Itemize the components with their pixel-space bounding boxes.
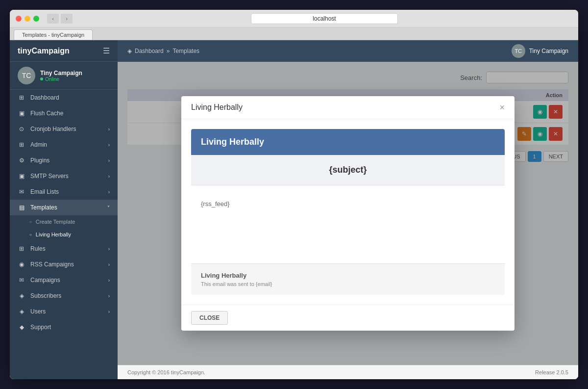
chevron-right-icon: › (108, 278, 110, 283)
address-bar[interactable]: localhost (251, 13, 398, 24)
rules-icon: ⊞ (18, 245, 25, 252)
topbar-username: Tiny Campaign (529, 48, 568, 54)
sidebar-item-label: Flush Cache (30, 110, 63, 117)
sidebar-item-smtp[interactable]: ▣ SMTP Servers › (10, 168, 118, 184)
sidebar-item-label: Admin (30, 141, 47, 148)
admin-icon: ⊞ (18, 141, 25, 148)
sidebar-item-subscribers[interactable]: ◈ Subscribers › (10, 288, 118, 304)
modal-close-footer-button[interactable]: CLOSE (191, 311, 228, 325)
maximize-traffic-light[interactable] (33, 16, 39, 22)
close-traffic-light[interactable] (16, 16, 22, 22)
sub-item-label: Create Template (36, 219, 75, 225)
sidebar-item-flush-cache[interactable]: ▣ Flush Cache (10, 105, 118, 121)
browser-tab[interactable]: Templates - tinyCampaign (14, 29, 93, 40)
main-topbar: ◈ Dashboard » Templates TC Tiny Campaign (118, 40, 578, 62)
sidebar-item-users[interactable]: ◈ Users › (10, 304, 118, 319)
sidebar-item-admin[interactable]: ⊞ Admin › (10, 137, 118, 153)
sidebar-item-label: Subscribers (30, 292, 61, 299)
sidebar-item-label: Rules (30, 245, 46, 252)
email-footer-text: This email was sent to {email} (201, 281, 495, 287)
chevron-right-icon: › (108, 127, 110, 132)
sidebar-item-plugins[interactable]: ⚙ Plugins › (10, 153, 118, 168)
browser-nav-buttons: ‹ › (47, 14, 73, 24)
sidebar-item-campaigns[interactable]: ✉ Campaigns › (10, 272, 118, 288)
chevron-right-icon: › (108, 246, 110, 252)
sidebar-item-dashboard[interactable]: ⊞ Dashboard (10, 90, 118, 105)
breadcrumb-home: Dashboard (135, 48, 164, 54)
sidebar-item-email-lists[interactable]: ✉ Email Lists › (10, 184, 118, 200)
forward-button[interactable]: › (61, 14, 73, 24)
sidebar-item-label: Plugins (30, 157, 49, 164)
sidebar-item-label: RSS Campaigns (30, 261, 74, 268)
logo-big: Campaign (31, 47, 69, 55)
modal-title: Living Herbally (191, 103, 243, 112)
browser-window: ‹ › localhost Templates - tinyCampaign t… (10, 10, 578, 379)
breadcrumb-separator: » (167, 48, 170, 54)
email-subject-section: {subject} (191, 155, 505, 185)
browser-titlebar: ‹ › localhost (10, 10, 578, 27)
sidebar-sub-manage-templates[interactable]: ○ Living Herbally (10, 228, 118, 241)
cronjob-icon: ⊙ (18, 126, 25, 132)
breadcrumb-current: Templates (172, 48, 199, 54)
hamburger-icon[interactable]: ☰ (103, 46, 110, 55)
browser-tabs: Templates - tinyCampaign (10, 27, 578, 40)
back-button[interactable]: ‹ (47, 14, 59, 24)
breadcrumb-icon: ◈ (127, 48, 132, 54)
sub-dot-icon: ○ (29, 233, 32, 237)
release-text: Release 2.0.5 (535, 369, 568, 375)
dashboard-icon: ⊞ (18, 94, 25, 101)
sidebar-item-cronjob[interactable]: ⊙ Cronjob Handlers › (10, 121, 118, 137)
rss-icon: ◉ (18, 261, 25, 268)
logo-small: tiny (18, 47, 31, 55)
chevron-right-icon: › (108, 309, 110, 314)
app-container: tinyCampaign ☰ TC Tiny Campaign Online ⊞… (10, 40, 578, 379)
address-bar-container: localhost (76, 13, 572, 24)
chevron-down-icon: ˅ (107, 205, 110, 210)
sidebar-item-label: Cronjob Handlers (30, 126, 76, 132)
minimize-traffic-light[interactable] (24, 16, 30, 22)
sidebar-item-label: Templates (30, 204, 57, 211)
email-header-bar: Living Herbally (191, 129, 505, 155)
sidebar-item-label: Users (30, 308, 46, 315)
sidebar-item-label: Support (30, 324, 51, 331)
status-dot (40, 78, 43, 80)
avatar: TC (18, 67, 35, 84)
traffic-lights (16, 16, 39, 22)
campaigns-icon: ✉ (18, 277, 25, 284)
sidebar-item-label: Dashboard (30, 94, 59, 101)
status-label: Online (45, 77, 59, 82)
users-icon: ◈ (18, 308, 25, 315)
page-footer: Copyright © 2016 tinyCampaign. Release 2… (118, 365, 578, 379)
main-content: ◈ Dashboard » Templates TC Tiny Campaign… (118, 40, 578, 379)
sidebar-item-label: Campaigns (30, 277, 60, 284)
modal-header: Living Herbally × (181, 96, 514, 119)
user-status: Online (40, 77, 110, 82)
copyright-text: Copyright © 2016 tinyCampaign. (127, 369, 205, 375)
main-body: Search: Action ◉ ✕ ✎ (118, 62, 578, 365)
chevron-right-icon: › (108, 293, 110, 299)
app-logo: tinyCampaign (18, 47, 70, 55)
sidebar-sub-create-template[interactable]: ○ Create Template (10, 215, 118, 228)
topbar-user: TC Tiny Campaign (512, 44, 568, 58)
sidebar-item-templates[interactable]: ▤ Templates ˅ (10, 200, 118, 215)
email-body-content: {rss_feed} (201, 200, 230, 207)
sidebar-item-support[interactable]: ◆ Support (10, 319, 118, 335)
flush-cache-icon: ▣ (18, 110, 25, 117)
chevron-right-icon: › (108, 189, 110, 195)
chevron-right-icon: › (108, 142, 110, 148)
breadcrumb: ◈ Dashboard » Templates (127, 48, 199, 54)
email-preview: Living Herbally {subject} {rss_feed} Liv… (191, 129, 505, 295)
templates-icon: ▤ (18, 204, 25, 211)
modal-close-button[interactable]: × (499, 103, 505, 112)
sidebar-item-label: SMTP Servers (30, 173, 69, 180)
chevron-right-icon: › (108, 158, 110, 163)
email-footer-section: Living Herbally This email was sent to {… (191, 264, 505, 295)
email-body-section: {rss_feed} (191, 185, 505, 264)
sidebar-item-rss[interactable]: ◉ RSS Campaigns › (10, 257, 118, 272)
email-footer-title: Living Herbally (201, 272, 495, 279)
support-icon: ◆ (18, 324, 25, 331)
sidebar-item-label: Email Lists (30, 188, 59, 195)
sidebar-item-rules[interactable]: ⊞ Rules › (10, 241, 118, 257)
modal-body: Living Herbally {subject} {rss_feed} Liv… (181, 119, 514, 305)
user-info: Tiny Campaign Online (40, 70, 110, 82)
